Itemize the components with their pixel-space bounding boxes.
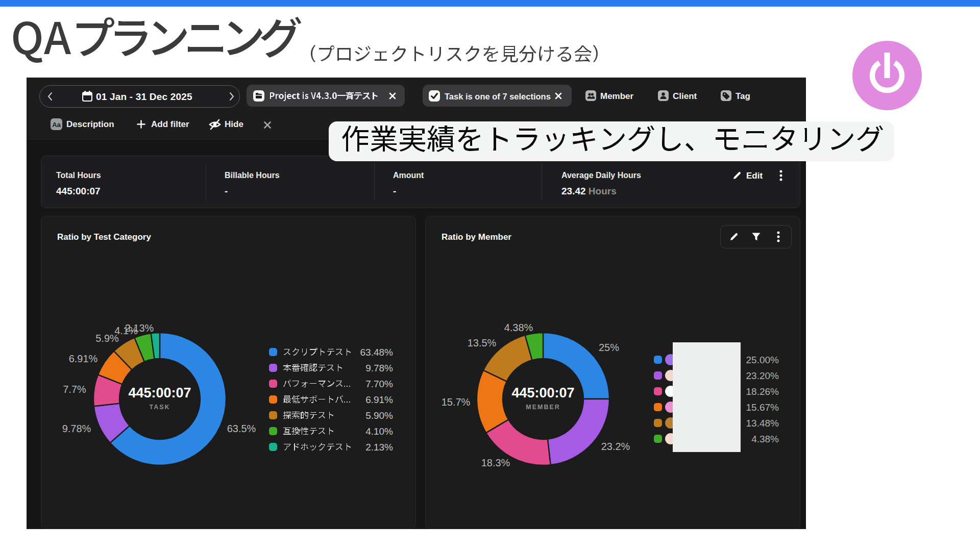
svg-text:Aa: Aa xyxy=(52,121,61,129)
